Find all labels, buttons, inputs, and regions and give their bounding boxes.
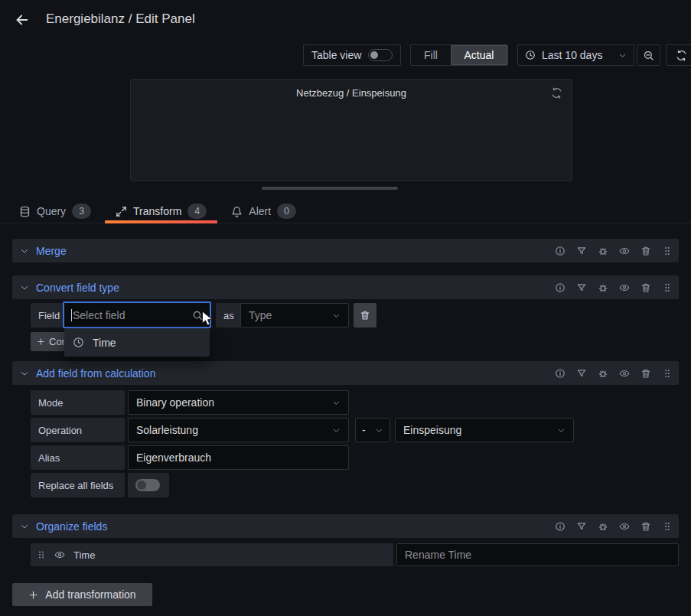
mode-select-value: Binary operation: [136, 396, 214, 409]
table-view-label: Table view: [311, 49, 361, 61]
field-visibility-eye-icon[interactable]: [54, 549, 65, 560]
table-view-toggle[interactable]: Table view: [303, 44, 401, 66]
tab-query[interactable]: Query 3: [19, 200, 91, 223]
editor-tabs: Query 3 Transform 4 Alert 0: [0, 200, 691, 223]
arrow-left-icon: [14, 11, 31, 28]
chevron-down-icon: [332, 426, 341, 435]
field-name: Time: [73, 549, 95, 561]
right-operand-select[interactable]: Einspeisung: [395, 418, 574, 442]
transform-header-add-field-from-calculation[interactable]: Add field from calculation: [12, 361, 679, 385]
chevron-down-icon: [557, 426, 566, 435]
alias-label: Alias: [31, 445, 125, 470]
operator-select[interactable]: -: [355, 418, 390, 442]
trash-icon[interactable]: [640, 246, 651, 256]
add-transformation-button[interactable]: Add transformation: [12, 583, 152, 606]
clock-icon: [525, 50, 536, 60]
back-button[interactable]: [12, 10, 32, 30]
clock-icon: [73, 337, 84, 348]
tab-transform[interactable]: Transform 4: [116, 200, 207, 223]
operation-label: Operation: [31, 418, 125, 442]
tab-badge: 4: [187, 204, 207, 219]
mode-select[interactable]: Binary operation: [128, 390, 349, 415]
dropdown-option-time[interactable]: Time: [64, 328, 210, 357]
chevron-down-icon[interactable]: [20, 369, 29, 378]
filter-icon[interactable]: [576, 246, 587, 256]
info-icon[interactable]: [555, 368, 566, 379]
tab-label: Query: [37, 205, 66, 217]
add-conversion-button[interactable]: Con: [31, 332, 66, 351]
transform-header-merge[interactable]: Merge: [12, 239, 679, 262]
eye-icon[interactable]: [619, 282, 630, 293]
field-select-dropdown: Time: [64, 328, 210, 357]
eye-icon[interactable]: [619, 246, 630, 256]
chevron-down-icon[interactable]: [20, 283, 29, 292]
display-mode-fill[interactable]: Fill: [411, 45, 451, 65]
panel-title: Netzbezug / Einspeisung: [131, 87, 572, 99]
drag-handle-icon[interactable]: [37, 549, 46, 560]
filter-icon[interactable]: [576, 521, 587, 532]
drag-handle-icon[interactable]: [662, 282, 673, 293]
operator-value: -: [362, 424, 366, 436]
pane-resize-handle[interactable]: [262, 187, 398, 190]
transform-header-organize-fields[interactable]: Organize fields: [12, 514, 679, 538]
dropdown-option-label: Time: [93, 337, 116, 349]
mode-label: Mode: [31, 390, 125, 415]
edit-panel-screen: Energiebilanz / Edit Panel Table view Fi…: [0, 0, 691, 616]
transform-header-convert-field-type[interactable]: Convert field type: [12, 275, 679, 299]
debug-icon[interactable]: [598, 246, 608, 256]
display-mode-actual[interactable]: Actual: [451, 45, 507, 65]
trash-icon[interactable]: [640, 282, 651, 293]
tab-label: Transform: [133, 205, 181, 217]
chevron-down-icon[interactable]: [20, 522, 29, 531]
debug-icon[interactable]: [598, 521, 608, 532]
chevron-down-icon: [375, 426, 383, 435]
debug-icon[interactable]: [598, 282, 608, 293]
display-mode-group: Fill Actual: [410, 44, 508, 66]
info-icon[interactable]: [555, 282, 566, 293]
drag-handle-icon[interactable]: [662, 246, 673, 256]
eye-icon[interactable]: [619, 521, 630, 532]
left-operand-select[interactable]: Solarleistung: [128, 418, 349, 442]
drag-handle-icon[interactable]: [662, 368, 673, 379]
info-icon[interactable]: [555, 246, 566, 256]
organize-field-row: Time: [31, 543, 393, 566]
tab-alert[interactable]: Alert 0: [231, 200, 296, 223]
search-minus-icon: [643, 50, 654, 61]
rename-field-input[interactable]: [396, 543, 679, 566]
time-zoom-out-button[interactable]: [637, 44, 660, 66]
filter-icon[interactable]: [576, 282, 587, 293]
chevron-down-icon: [332, 311, 341, 320]
field-select-placeholder: Select field: [73, 309, 125, 321]
refresh-button[interactable]: [666, 44, 691, 66]
tab-badge: 3: [72, 204, 91, 219]
alias-input[interactable]: [128, 445, 349, 470]
tab-label: Alert: [249, 205, 271, 217]
process-icon: [116, 206, 127, 217]
remove-conversion-button[interactable]: [354, 303, 376, 328]
tab-badge: 0: [277, 204, 296, 219]
filter-icon[interactable]: [576, 368, 587, 379]
transform-title: Merge: [36, 245, 67, 257]
add-conversion-label: Con: [49, 336, 66, 347]
trash-icon: [360, 310, 370, 321]
type-select-placeholder: Type: [249, 309, 272, 321]
field-select-combobox[interactable]: Select field: [63, 301, 211, 328]
table-view-switch[interactable]: [368, 49, 393, 61]
trash-icon[interactable]: [640, 521, 651, 532]
plus-icon: [37, 337, 45, 346]
drag-handle-icon[interactable]: [662, 521, 673, 532]
type-select[interactable]: Type: [240, 303, 349, 328]
transform-actions: [555, 246, 673, 256]
plus-icon: [28, 590, 38, 600]
toggle-switch[interactable]: [135, 479, 160, 491]
transform-title: Add field from calculation: [36, 367, 155, 380]
refresh-icon: [676, 50, 687, 61]
chevron-down-icon[interactable]: [20, 246, 29, 256]
trash-icon[interactable]: [640, 368, 651, 379]
replace-all-fields-toggle[interactable]: [128, 473, 169, 497]
time-range-picker[interactable]: Last 10 days: [517, 44, 634, 66]
database-icon: [19, 206, 31, 217]
eye-icon[interactable]: [619, 368, 630, 379]
debug-icon[interactable]: [598, 368, 608, 379]
info-icon[interactable]: [555, 521, 566, 532]
